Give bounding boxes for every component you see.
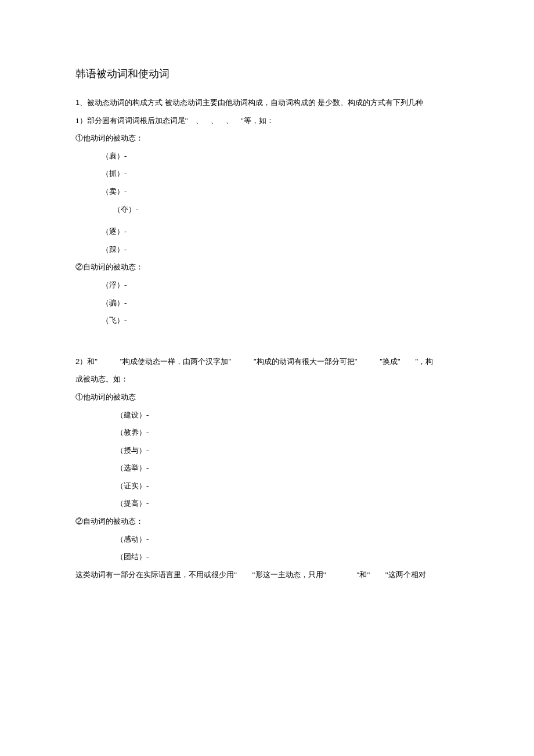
list-item: （团结）- [75,549,459,566]
sub1-title: ①他动词的被动态： [75,130,459,147]
list-item: （夺）- [75,201,459,218]
list-item: （教养）- [75,424,459,441]
sub2-title-2: ②自动词的被动态： [75,513,459,530]
list-item: （卖）- [75,183,459,200]
list-item: （抓）- [75,165,459,182]
rule-2: 2）和" "构成使动态一样，由两个汉字加" "构成的动词有很大一部分可把" "换… [75,354,459,370]
sub1-title-2: ①他动词的被动态 [75,389,459,406]
list-item: （踩）- [75,242,459,258]
list-item: （浮）- [75,277,459,294]
section-1-intro: 1、被动态动词的构成方式 被动态动词主要由他动词构成，自动词构成的 是少数。构成… [75,95,459,111]
note: 这类动词有一部分在实际语言里，不用或很少用" "形这一主动态，只用" "和" "… [75,567,459,584]
list-item: （建设）- [75,407,459,424]
list-item: （逐）- [75,224,459,240]
list-item: （感动）- [75,531,459,548]
list-item: （飞）- [75,312,459,329]
list-item: （选举）- [75,460,459,477]
list-item: （骗）- [75,295,459,312]
list-item: （裹）- [75,148,459,165]
list-item: （证实）- [75,478,459,495]
document-title: 韩语被动词和使动词 [75,67,459,81]
rule-1: 1）部分固有词词词根后加态词尾" 、 、 、 "等，如： [75,113,459,129]
list-item: （提高）- [75,495,459,512]
list-item: （授与）- [75,442,459,459]
rule-2-cont: 成被动态。如： [75,371,459,388]
sub2-title: ②自动词的被动态： [75,259,459,276]
